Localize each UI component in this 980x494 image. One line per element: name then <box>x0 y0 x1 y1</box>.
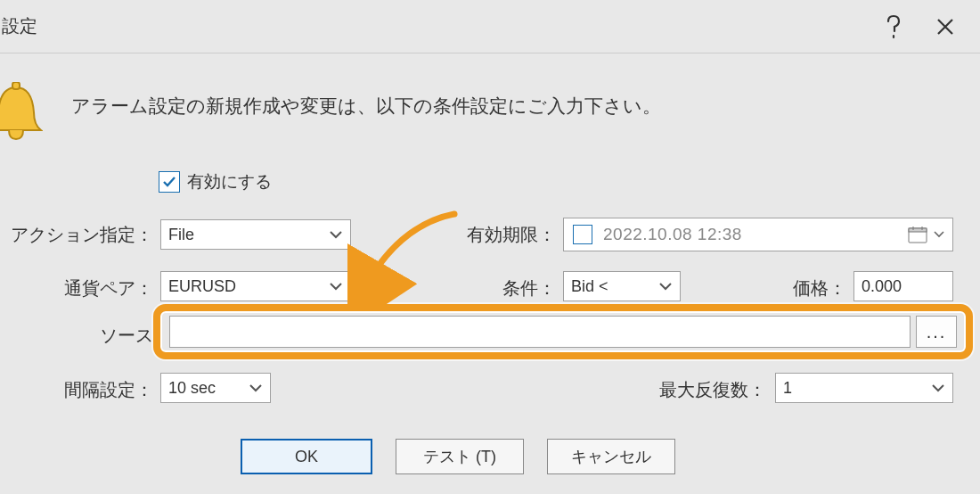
pair-value: EURUSD <box>168 277 236 296</box>
test-button[interactable]: テスト (T) <box>396 439 524 474</box>
repeat-select[interactable]: 1 <box>775 373 953 403</box>
enable-checkbox[interactable] <box>159 171 180 193</box>
chevron-down-icon <box>658 282 673 291</box>
action-select[interactable]: File <box>160 219 351 250</box>
svg-rect-0 <box>12 82 20 89</box>
banner-text: アラーム設定の新規作成や変更は、以下の条件設定にご入力下さい。 <box>71 94 661 119</box>
repeat-label: 最大反復数： <box>597 378 766 402</box>
test-label: テスト (T) <box>423 446 496 467</box>
action-label: アクション指定： <box>0 223 153 247</box>
browse-label: ... <box>927 322 947 342</box>
price-value: 0.000 <box>862 277 902 296</box>
button-row: OK テスト (T) キャンセル <box>0 439 980 474</box>
price-label: 価格： <box>747 276 846 301</box>
condition-label: 条件： <box>445 276 556 301</box>
repeat-value: 1 <box>783 379 792 398</box>
chevron-down-icon[interactable] <box>931 231 947 238</box>
source-input[interactable] <box>169 316 911 348</box>
window-title: 設定 <box>0 14 37 38</box>
bell-icon <box>0 82 43 143</box>
pair-select[interactable]: EURUSD <box>160 271 351 301</box>
price-input[interactable]: 0.000 <box>853 271 953 301</box>
expiry-value: 2022.10.08 12:38 <box>603 225 904 244</box>
enable-label: 有効にする <box>187 170 272 193</box>
source-label: ソース <box>0 324 153 348</box>
ok-label: OK <box>295 448 318 466</box>
browse-button[interactable]: ... <box>916 316 957 348</box>
cancel-label: キャンセル <box>571 446 651 467</box>
calendar-icon[interactable] <box>904 223 931 246</box>
condition-select[interactable]: Bid < <box>563 271 681 301</box>
action-value: File <box>168 226 194 244</box>
pair-label: 通貨ペア： <box>0 276 153 301</box>
help-icon[interactable] <box>868 1 919 53</box>
chevron-down-icon <box>329 282 343 291</box>
svg-rect-2 <box>909 228 927 232</box>
close-icon[interactable] <box>919 1 971 53</box>
interval-value: 10 sec <box>168 379 216 398</box>
chevron-down-icon <box>931 383 945 392</box>
chevron-down-icon <box>329 230 343 239</box>
expiry-field[interactable]: 2022.10.08 12:38 <box>563 218 953 251</box>
titlebar: 設定 <box>0 0 980 54</box>
ok-button[interactable]: OK <box>241 439 372 474</box>
expiry-checkbox[interactable] <box>573 225 592 244</box>
chevron-down-icon <box>249 383 263 392</box>
condition-value: Bid < <box>571 277 608 296</box>
enable-row: 有効にする <box>159 170 272 193</box>
expiry-label: 有効期限： <box>383 223 556 247</box>
interval-label: 間隔設定： <box>0 378 153 402</box>
interval-select[interactable]: 10 sec <box>160 373 271 403</box>
cancel-button[interactable]: キャンセル <box>547 439 675 474</box>
